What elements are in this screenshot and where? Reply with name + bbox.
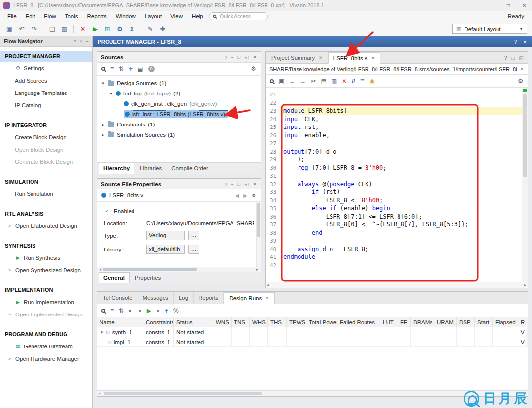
enabled-checkbox[interactable]: ✓ — [104, 208, 110, 214]
tab-lsfr-8bits-v[interactable]: LSFR_8bits.v✕ — [328, 52, 381, 64]
code-line[interactable] — [280, 237, 522, 245]
expand-icon[interactable]: > — [8, 312, 13, 317]
code-line[interactable]: assign d_o = LSFR_8; — [280, 245, 522, 253]
column-header-total-power[interactable]: Total Power — [306, 317, 337, 327]
column-header-status[interactable]: Status — [174, 317, 213, 327]
toggle-comment-icon[interactable]: // — [352, 78, 355, 84]
column-header-r[interactable]: R — [518, 317, 528, 327]
code-line[interactable]: always @(posedge CLK) — [280, 180, 522, 188]
source-tree-item-clk-gen-inst-clk-gen[interactable]: clk_gen_inst : clk_gen (clk_gen.v) — [97, 98, 261, 109]
flow-nav-item-run-simulation[interactable]: Run Simulation — [0, 188, 92, 200]
column-header-elapsed[interactable]: Elapsed — [493, 317, 518, 327]
scrollbar-thumb[interactable] — [103, 268, 197, 271]
source-tree-item-led-top[interactable]: ▾led_top (led_top.v) (2) — [97, 88, 261, 98]
run-icon[interactable]: ▶ — [147, 307, 151, 314]
caret-icon[interactable]: ▾ — [109, 91, 113, 96]
column-header-lut[interactable]: LUT — [380, 317, 398, 327]
menu-reports[interactable]: Reports — [83, 11, 111, 22]
flow-nav-item-language-templates[interactable]: Language Templates — [0, 87, 92, 99]
browse-type-button[interactable]: … — [188, 231, 199, 240]
code-line[interactable]: if (rst) — [280, 188, 522, 196]
maximize-icon[interactable]: □ — [500, 0, 516, 11]
column-header-ths[interactable]: THS — [268, 317, 287, 327]
collapse-all-icon[interactable]: ≡ — [110, 307, 114, 314]
column-header-brams[interactable]: BRAMs — [411, 317, 434, 327]
close-icon[interactable]: ✕ — [253, 54, 257, 60]
float-icon[interactable]: ◱ — [244, 181, 249, 187]
maximize-icon[interactable]: □ — [237, 181, 240, 187]
code-line[interactable]: else if (enable) begin — [280, 204, 522, 213]
quick-access-search[interactable]: Quick Access — [209, 12, 268, 20]
flow-nav-item-open-synthesized-design[interactable]: >Open Synthesized Design — [0, 264, 92, 276]
float-icon[interactable]: ◱ — [519, 55, 524, 61]
source-tree-item-design-sources[interactable]: ▾Design Sources (1) — [97, 78, 261, 88]
gear-icon[interactable]: ⚙ — [252, 193, 256, 198]
horizontal-scrollbar[interactable]: ◂ ▸ — [97, 390, 528, 396]
vertical-scrollbar[interactable] — [522, 88, 528, 282]
menu-icon[interactable]: ≡ — [74, 39, 76, 44]
run-icon[interactable]: ▶ — [90, 24, 100, 34]
code-line[interactable] — [280, 172, 522, 180]
close-icon[interactable]: ✕ — [319, 52, 323, 63]
forward-icon[interactable]: → — [300, 78, 306, 85]
settings-icon[interactable]: ⚙ — [114, 24, 125, 34]
flow-nav-section-synthesis[interactable]: SYNTHESIS — [0, 240, 92, 251]
flow-nav-item-generate-block-design[interactable]: Generate Block Design — [0, 156, 92, 168]
edit-icon[interactable]: ✎ — [145, 24, 156, 34]
column-header-whs[interactable]: WHS — [250, 317, 268, 327]
column-header-failed-routes[interactable]: Failed Routes — [337, 317, 380, 327]
caret-icon[interactable]: ▾ — [101, 81, 105, 86]
scroll-right-icon[interactable]: ▸ — [524, 283, 526, 287]
tab-log[interactable]: Log — [174, 292, 194, 304]
flow-nav-item-open-hardware-manager[interactable]: >Open Hardware Manager — [0, 352, 92, 365]
code-line[interactable]: input rst, — [280, 123, 522, 131]
caret-icon[interactable]: ▸ — [101, 132, 105, 137]
flow-nav-section-ip-integrator[interactable]: IP INTEGRATOR — [0, 120, 92, 131]
collapse-all-icon[interactable]: ≡ — [110, 65, 114, 72]
code-line[interactable]: reg [7:0] LSFR_8 = 8'h00; — [280, 164, 522, 172]
horizontal-scrollbar[interactable]: ◂ ▸ — [266, 282, 528, 288]
scroll-left-icon[interactable]: ◂ — [267, 283, 269, 287]
column-header-ff[interactable]: FF — [398, 317, 411, 327]
code-line[interactable]: input CLK, — [280, 115, 522, 124]
tab-design-runs[interactable]: Design Runs✕ — [224, 292, 274, 304]
add-sources-icon[interactable]: + — [129, 65, 133, 73]
delete-icon[interactable]: ✕ — [77, 24, 88, 34]
menu-view[interactable]: View — [166, 11, 187, 22]
close-icon[interactable]: ✕ — [520, 67, 524, 72]
search-icon[interactable] — [101, 309, 105, 313]
probe-icon[interactable]: ✚ — [157, 24, 168, 34]
code-line[interactable]: output[7:0] d_o — [280, 148, 522, 156]
flow-navigator-icon[interactable]: ⊞ — [102, 24, 113, 34]
expand-icon[interactable]: > — [8, 223, 13, 228]
cut-icon[interactable]: ✂ — [311, 78, 316, 85]
file-icon[interactable]: ▤ — [137, 65, 143, 72]
column-header-uram[interactable]: URAM — [434, 317, 457, 327]
search-icon[interactable] — [270, 79, 274, 83]
source-tree-item-constraints[interactable]: ▸Constraints (1) — [97, 119, 261, 129]
column-header-wns[interactable]: WNS — [213, 317, 232, 327]
source-tree-item-simulation-sources[interactable]: ▸Simulation Sources (1) — [97, 129, 261, 140]
code-line[interactable]: module LSFR_8bits( — [280, 107, 522, 115]
tab-compile-order[interactable]: Compile Order — [167, 163, 213, 174]
run-row-impl-1[interactable]: ▷impl_1constrs_1Not startedV — [97, 337, 528, 347]
close-icon[interactable]: ✕ — [266, 292, 269, 304]
column-header-tns[interactable]: TNS — [232, 317, 250, 327]
tab-reports[interactable]: Reports — [194, 292, 224, 304]
run-name-cell[interactable]: ▷impl_1 — [97, 337, 143, 346]
close-icon[interactable]: ✕ — [523, 39, 527, 45]
flow-nav-item-open-block-design[interactable]: Open Block Design — [0, 143, 92, 156]
help-icon[interactable]: ? — [225, 181, 227, 187]
column-header-start[interactable]: Start — [475, 317, 493, 327]
type-select[interactable]: Verilog — [146, 231, 185, 240]
tab-hierarchy[interactable]: Hierarchy — [99, 163, 134, 174]
column-header-tpws[interactable]: TPWS — [287, 317, 306, 327]
code-line[interactable] — [280, 91, 522, 99]
source-tree-item-lsfr-inst-lsfr-8bits-lsfr-8bits-v[interactable]: lsfr_inst : LSFR_8bits (LSFR_8bits.v) — [97, 109, 261, 119]
code-line[interactable]: LSFR_8[0] <= ^~{LSFR_8[7], LSFR_8[5:3]}; — [280, 220, 522, 229]
column-header-dsp[interactable]: DSP — [457, 317, 475, 327]
menu-file[interactable]: File — [3, 11, 21, 22]
flow-nav-section-program-and-debug[interactable]: PROGRAM AND DEBUG — [0, 329, 92, 340]
code-line[interactable]: LSFR_8[7:1] <= LSFR_8[6:0]; — [280, 213, 522, 221]
flow-nav-item-open-elaborated-design[interactable]: >Open Elaborated Design — [0, 220, 92, 232]
